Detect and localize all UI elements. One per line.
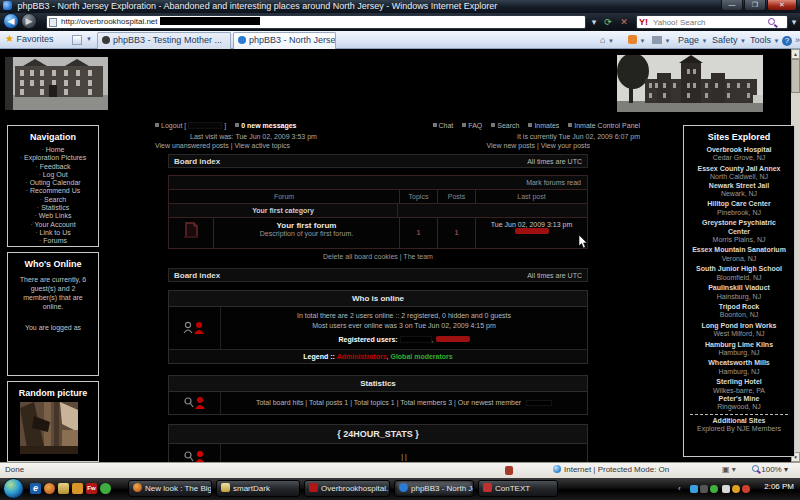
chat-link[interactable]: Chat [433,122,454,129]
maximize-button[interactable]: ❐ [744,0,766,11]
back-button[interactable]: ◀ [3,13,19,29]
search-box[interactable]: Y! [636,15,788,29]
board-footer-links[interactable]: Delete all board cookies | The team [168,253,588,260]
home-button[interactable]: ⌂ ▼ [600,33,614,48]
feed-icon[interactable]: ▼ [628,33,645,48]
quick-tabs-dropdown-icon[interactable]: ▼ [86,36,92,42]
statistics-box: Statistics Total board hits | Total post… [168,375,588,415]
sidebar-item-web-links[interactable]: Web Links [8,212,98,220]
address-bar[interactable]: http://overbrookhospital.net [46,15,586,29]
sidebar-item-search[interactable]: Search [8,196,98,204]
tray-network-icon[interactable] [722,485,730,493]
favorites-button[interactable]: ★ Favorites [5,33,54,44]
online-total-text: In total there are 2 users online :: 2 r… [225,311,583,321]
page-menu[interactable]: Page ▼ [678,33,708,48]
faq-link[interactable]: FAQ [462,122,482,129]
search-dropdown-icon[interactable]: ▾ [790,15,798,29]
taskbar-button-context[interactable]: ConTEXT [478,480,558,497]
quicklaunch-fw-icon[interactable]: Fw [86,483,97,494]
help-icon[interactable]: ? [782,33,792,47]
forum-name-link[interactable]: Your first forum [214,221,399,230]
sidebar-item-outing-calendar[interactable]: Outing Calendar [8,179,98,187]
chevron-more-icon[interactable]: » [795,33,800,47]
logged-as-text: You are logged as [8,321,98,334]
category-row: Your first category [169,204,587,218]
status-bar: Done Internet | Protected Mode: On ▣ ▾ 1… [0,462,800,478]
safety-menu[interactable]: Safety ▼ [712,33,746,48]
view-unanswered-links[interactable]: View unanswered posts | View active topi… [155,142,290,149]
tab-north-jersey[interactable]: phpBB3 - North Jersey ... x [233,32,336,49]
tools-menu[interactable]: Tools ▼ [750,33,779,48]
quick-tabs-icon[interactable] [72,35,82,45]
tray-icon-5[interactable] [742,485,750,493]
security-zone: Internet | Protected Mode: On [553,465,669,474]
board-index-link[interactable]: Board index [174,157,220,166]
taskbar-button-overbrookhospital[interactable]: Overbrookhospital... [304,480,390,497]
inmate-control-panel-link[interactable]: Inmate Control Panel [568,122,640,129]
sidebar-item-home[interactable]: Home [8,146,98,154]
quicklaunch-media-icon[interactable] [72,483,83,494]
taskbar-button-new-look[interactable]: New look : The Big ... [128,480,212,497]
sidebar-item-your-account[interactable]: Your Account [8,221,98,229]
taskbar-button-smartdark[interactable]: smartDark [216,480,300,497]
forward-button[interactable]: ▶ [21,13,37,29]
address-url: http://overbrookhospital.net [61,17,158,26]
firefox-icon [133,483,142,492]
user-links-bar: Logout [] 0 new messages Chat FAQ Search… [155,122,640,129]
address-dropdown-icon[interactable]: ▾ [589,15,599,29]
search-magnifier-icon[interactable] [768,18,775,25]
quicklaunch-folder-icon[interactable] [58,483,69,494]
logout-link[interactable]: Logout [] [155,122,226,129]
last-visit-text: Last visit was: Tue Jun 02, 2009 3:53 pm [155,133,317,140]
site-entry: Hilltop Care CenterPinebrook, NJ [684,200,794,217]
redacted-username[interactable] [436,336,470,342]
page-doc-icon [49,18,57,27]
sidebar-item-feedback[interactable]: Feedback [8,163,98,171]
sidebar-item-exploration-pictures[interactable]: Exploration Pictures [8,154,98,162]
tab-label: phpBB3 - Testing Mother ... [113,35,222,45]
sidebar-item-statistics[interactable]: Statistics [8,204,98,212]
mark-forums-read-link[interactable]: Mark forums read [169,176,587,190]
tray-expand-icon[interactable]: ‹ [678,484,681,493]
close-button[interactable]: ✕ [767,0,797,11]
category-name[interactable]: Your first category [169,204,397,217]
tray-icon-2[interactable] [700,485,708,493]
sidebar-item-forums[interactable]: Forums [8,237,98,245]
sidebar-item-link-to-us[interactable]: Link to Us [8,229,98,237]
sidebar-item-recommend-us[interactable]: Recommend Us [8,187,98,195]
posts-count: 1 [437,218,475,248]
tray-icon-1[interactable] [690,485,698,493]
box-title: { 24HOUR_STATS } [169,425,587,444]
sidebar-item-log-out[interactable]: Log Out [8,171,98,179]
scrollbar-thumb[interactable] [791,59,800,93]
start-button[interactable] [3,478,24,499]
search-link[interactable]: Search [491,122,519,129]
quicklaunch-ie-icon[interactable]: e [30,483,41,494]
redacted-username[interactable] [515,228,549,234]
taskbar-clock[interactable]: 2:06 PM [764,482,794,491]
tray-icon-4[interactable] [732,485,740,493]
administrators-link[interactable]: Administrators [337,353,387,360]
global-moderators-link[interactable]: Global moderators [390,353,452,360]
scroll-up-icon[interactable]: ▲ [791,49,800,59]
current-time-text: It is currently Tue Jun 02, 2009 6:07 pm [517,133,640,140]
new-messages-link[interactable]: 0 new messages [235,122,296,129]
inmates-link[interactable]: Inmates [528,122,559,129]
page-zoom-icon[interactable]: ▣ ▾ [722,465,736,474]
taskbar-button-phpbb3[interactable]: phpBB3 - North Jers... [394,480,474,497]
board-index-link[interactable]: Board index [174,271,220,280]
tab-testing-mother[interactable]: phpBB3 - Testing Mother ... [97,32,231,49]
quicklaunch-green-icon[interactable] [100,483,111,494]
quicklaunch-browser-icon[interactable] [44,483,55,494]
view-new-links[interactable]: View new posts | View your posts [487,142,591,149]
stop-icon[interactable]: ✕ [617,15,631,29]
utc-label: All times are UTC [527,158,582,165]
redaction-box [400,336,432,343]
search-input[interactable] [653,17,768,28]
tray-icon-3[interactable] [710,485,718,493]
random-picture-image[interactable] [20,402,78,454]
refresh-icon[interactable]: ⟳ [601,15,615,29]
print-button[interactable]: ▼ [652,33,670,48]
minimize-button[interactable]: — [721,0,743,11]
zoom-control[interactable]: 100% ▾ [752,465,788,474]
